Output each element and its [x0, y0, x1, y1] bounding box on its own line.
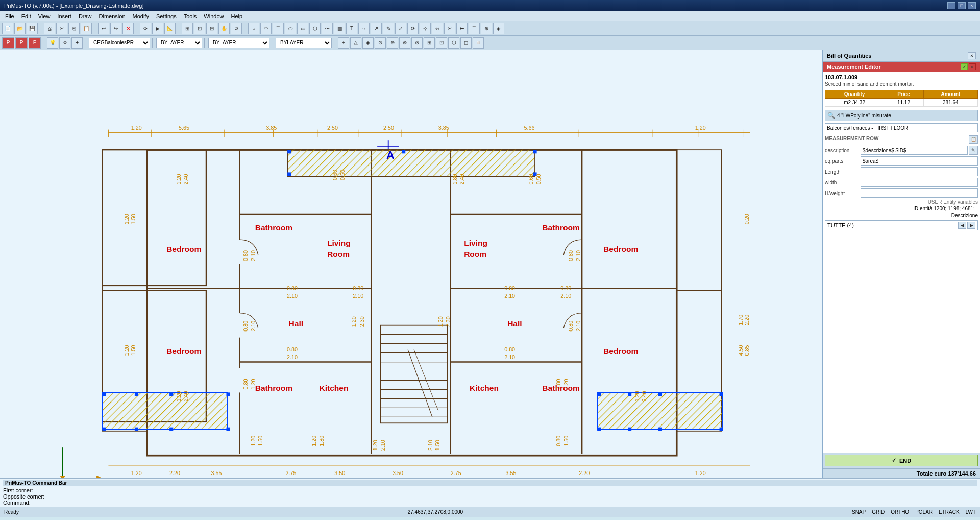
light-btn[interactable]: 💡 [47, 37, 58, 49]
move-btn[interactable]: ⤢ [395, 23, 406, 34]
snap1-btn[interactable]: + [338, 37, 349, 49]
pedit-btn[interactable]: ◈ [493, 23, 504, 34]
snap9-btn[interactable]: ⊡ [436, 37, 447, 49]
boq-end-button[interactable]: ✓ END [825, 455, 978, 466]
menu-file[interactable]: File [2, 12, 17, 20]
ortho-status[interactable]: ORTHO [891, 509, 909, 515]
spline-btn[interactable]: 〜 [322, 23, 333, 34]
drawing-canvas[interactable]: 1.20 5.65 3.85 2.50 2.50 3.85 5.66 1.20 [0, 50, 822, 478]
scale-btn[interactable]: ⊹ [420, 23, 431, 34]
snap10-btn[interactable]: ⬡ [448, 37, 459, 49]
mirror-btn[interactable]: ⇔ [432, 23, 443, 34]
window-controls[interactable]: — □ × [947, 2, 976, 9]
snap4-btn[interactable]: ⊙ [375, 37, 386, 49]
maximize-btn[interactable]: □ [958, 2, 966, 9]
dim-btn[interactable]: ↔ [358, 23, 370, 34]
desc-edit-btn[interactable]: ✎ [969, 146, 978, 155]
length-input[interactable] [861, 167, 978, 176]
regen-btn[interactable]: ⟳ [140, 23, 151, 34]
save-file-btn[interactable]: 💾 [27, 23, 38, 34]
copy-btn[interactable]: ⎘ [68, 23, 80, 34]
print-btn[interactable]: 🖨 [44, 23, 55, 34]
snap2-btn[interactable]: △ [350, 37, 361, 49]
search-icon: 🔍 [827, 112, 835, 119]
menu-edit[interactable]: Edit [18, 12, 34, 20]
grid-status[interactable]: GRID [872, 509, 885, 515]
measure-btn[interactable]: 📐 [164, 23, 176, 34]
star-btn[interactable]: ✦ [71, 37, 83, 49]
poly-btn[interactable]: ⬡ [309, 23, 321, 34]
zoom-prev-btn[interactable]: ⊟ [206, 23, 217, 34]
boq-close-btn[interactable]: × [969, 63, 976, 70]
orbit-btn[interactable]: ↺ [231, 23, 242, 34]
arc-btn[interactable]: ◠ [260, 23, 272, 34]
copy-measurement-btn[interactable]: 📋 [969, 135, 978, 144]
leader-btn[interactable]: ↗ [371, 23, 382, 34]
text-btn[interactable]: T [346, 23, 357, 34]
polar-status[interactable]: POLAR [915, 509, 933, 515]
svg-text:1.20: 1.20 [124, 345, 130, 356]
minimize-btn[interactable]: — [947, 2, 955, 9]
svg-text:0.80: 0.80 [353, 285, 363, 291]
circle-btn[interactable]: ○ [248, 23, 259, 34]
menu-draw[interactable]: Draw [76, 12, 95, 20]
undo-btn[interactable]: ↩ [98, 23, 109, 34]
tutte-next-btn[interactable]: ▶ [967, 222, 975, 229]
tutte-prev-btn[interactable]: ◀ [958, 222, 966, 229]
new-file-btn[interactable]: 📄 [2, 23, 13, 34]
pan-btn[interactable]: ✋ [218, 23, 230, 34]
paste-btn[interactable]: 📋 [81, 23, 92, 34]
cut-btn[interactable]: ✂ [56, 23, 67, 34]
explode-btn[interactable]: ⊕ [481, 23, 492, 34]
primus-btn[interactable]: P [2, 37, 14, 49]
rotate-btn[interactable]: ⟳ [407, 23, 419, 34]
attrib-btn[interactable]: ✎ [383, 23, 394, 34]
menu-dimension[interactable]: Dimension [96, 12, 129, 20]
menu-insert[interactable]: Insert [54, 12, 75, 20]
snap11-btn[interactable]: ◻ [460, 37, 472, 49]
cancel-btn[interactable]: ✕ [122, 23, 134, 34]
zoom-win-btn[interactable]: ⊞ [182, 23, 193, 34]
snap3-btn[interactable]: ◈ [362, 37, 374, 49]
zoom-ext-btn[interactable]: ⊡ [194, 23, 205, 34]
hatch-btn[interactable]: ▨ [334, 23, 345, 34]
color-select[interactable]: BYLAYER [156, 38, 202, 48]
trim-btn[interactable]: ✂ [444, 23, 455, 34]
lineweight-select[interactable]: BYLAYER [276, 38, 332, 48]
rect-btn[interactable]: ▭ [297, 23, 308, 34]
lwt-status[interactable]: LWT [966, 509, 976, 515]
menu-settings[interactable]: Settings [153, 12, 180, 20]
primus2-btn[interactable]: P [15, 37, 28, 49]
redo-btn[interactable]: ↪ [110, 23, 121, 34]
boq-minimize-btn[interactable]: × [968, 52, 976, 59]
primus3-btn[interactable]: P [29, 37, 41, 49]
eqparts-input[interactable] [861, 156, 978, 166]
layer-select[interactable]: CEGBalconiesPR [89, 38, 150, 48]
snap12-btn[interactable]: ◽ [473, 37, 484, 49]
snap-status[interactable]: SNAP [852, 509, 866, 515]
extend-btn[interactable]: ⊢ [456, 23, 468, 34]
plot-btn[interactable]: ▶ [152, 23, 163, 34]
fillet-btn[interactable]: ⌒ [469, 23, 480, 34]
snap5-btn[interactable]: ⊕ [387, 37, 398, 49]
description-input[interactable] [861, 146, 968, 155]
linetype-select[interactable]: BYLAYER [208, 38, 270, 48]
menu-tools[interactable]: Tools [181, 12, 200, 20]
menu-window[interactable]: Window [201, 12, 227, 20]
gear-btn[interactable]: ⚙ [59, 37, 70, 49]
menu-help[interactable]: Help [228, 12, 246, 20]
boq-search-input[interactable] [825, 123, 978, 132]
menu-view[interactable]: View [35, 12, 54, 20]
snap6-btn[interactable]: ⊗ [399, 37, 410, 49]
width-input[interactable] [861, 178, 978, 187]
line-btn[interactable]: ⌒ [273, 23, 284, 34]
snap8-btn[interactable]: ⊞ [424, 37, 435, 49]
menu-modify[interactable]: Modify [130, 12, 152, 20]
ellipse-btn[interactable]: ⬭ [285, 23, 296, 34]
snap7-btn[interactable]: ⊘ [411, 37, 423, 49]
hweight-input[interactable] [861, 188, 978, 198]
open-file-btn[interactable]: 📂 [14, 23, 26, 34]
etrack-status[interactable]: ETRACK [939, 509, 960, 515]
boq-ok-btn[interactable]: ✓ [961, 63, 968, 70]
close-btn[interactable]: × [968, 2, 976, 9]
